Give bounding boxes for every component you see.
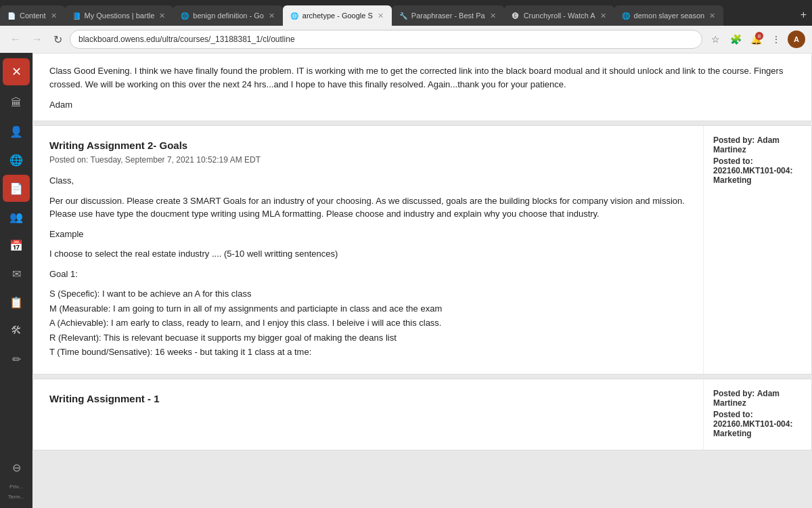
nav-bar: ← → ↻ ☆ 🧩 🔔 8 ⋮ A [0, 26, 812, 53]
post2-posted-to-label: Posted to: 202160.MKT101-004: Marketing [713, 410, 802, 438]
posted-to-key: Posted to: [713, 156, 753, 166]
new-tab-button[interactable]: + [795, 9, 812, 21]
tab-label: My Questions | bartle [85, 12, 155, 20]
tab-favicon: 🌐 [621, 11, 631, 20]
tab-bar: 📄 Content ✕ 📘 My Questions | bartle ✕ 🌐 … [0, 0, 812, 26]
institution-icon: 🏛 [11, 97, 22, 109]
extensions-button[interactable]: 🧩 [727, 30, 744, 48]
sidebar-item-globe[interactable]: 🌐 [3, 146, 30, 173]
post2-title: Writing Assignment - 1 [49, 393, 687, 404]
document-icon: 📄 [9, 182, 23, 195]
post-main-content: Writing Assignment 2- Goals Posted on: T… [33, 126, 703, 374]
browser-tab-tab-demonslayer[interactable]: 🌐 demon slayer season ✕ [614, 5, 724, 26]
browser-chrome: 📄 Content ✕ 📘 My Questions | bartle ✕ 🌐 … [0, 0, 812, 53]
sidebar-footer-term: Term... [7, 492, 26, 501]
post2-posted-by-label: Posted by: Adam Martinez [713, 389, 802, 408]
post-writing-assignment-1: Writing Assignment - 1 Posted by: Adam M… [32, 379, 812, 450]
tab-close-button[interactable]: ✕ [267, 10, 276, 22]
partial-post-body: Class Good Evening. I think we have fina… [49, 64, 795, 91]
sidebar-item-edit[interactable]: ✏ [3, 345, 30, 373]
back-button[interactable]: ← [7, 32, 24, 47]
globe-icon: 🌐 [9, 154, 23, 167]
post-date: Posted on: Tuesday, September 7, 2021 10… [49, 155, 687, 165]
address-bar[interactable] [70, 30, 702, 49]
post-body: Class, Per our discussion. Please create… [49, 174, 687, 359]
group-icon: 👥 [9, 211, 23, 224]
nav-actions: ☆ 🧩 🔔 8 ⋮ A [706, 30, 805, 48]
posted-to-value: 202160.MKT101-004: Marketing [713, 166, 792, 185]
edit-icon: ✏ [12, 353, 21, 366]
post2-posted-to-key: Posted to: [713, 410, 753, 419]
sidebar: ✕ 🏛 👤 🌐 📄 👥 📅 ✉ 📋 🛠 ✏ [0, 53, 32, 508]
post-title: Writing Assignment 2- Goals [49, 140, 687, 151]
goal-line-item: A (Achievable): I am early to class, rea… [49, 316, 687, 330]
more-tools-button[interactable]: ⋮ [767, 30, 785, 48]
sidebar-item-institution[interactable]: 🏛 [3, 89, 30, 117]
tab-favicon: 📘 [72, 11, 81, 20]
sidebar-item-mail[interactable]: ✉ [3, 260, 30, 287]
refresh-button[interactable]: ↻ [50, 32, 66, 47]
app-body: ✕ 🏛 👤 🌐 📄 👥 📅 ✉ 📋 🛠 ✏ [0, 53, 812, 508]
tab-label: archetype - Google S [302, 12, 373, 20]
tab-close-button[interactable]: ✕ [489, 10, 497, 22]
sidebar-item-close[interactable]: ✕ [3, 58, 30, 85]
tab-favicon: 🌐 [180, 11, 189, 20]
posted-by-key: Posted by: [713, 135, 754, 145]
notifications-button[interactable]: 🔔 8 [747, 30, 765, 48]
post2-metadata-sidebar: Posted by: Adam Martinez Posted to: 2021… [703, 379, 811, 450]
goal-line-item: M (Measurable: I am going to turn in all… [49, 302, 687, 316]
tab-label: benign definition - Go [193, 12, 264, 20]
tab-favicon: 🌐 [290, 11, 299, 20]
sidebar-item-group[interactable]: 👥 [3, 203, 30, 230]
mail-icon: ✉ [12, 268, 21, 280]
partial-post-signature: Adam [49, 100, 795, 110]
sidebar-item-user[interactable]: 👤 [3, 118, 30, 145]
tab-label: demon slayer season [634, 12, 705, 20]
post-paragraph1: Per our discussion. Please create 3 SMAR… [49, 194, 687, 221]
goal-lines: S (Specefic): I want to be achieve an A … [49, 287, 687, 359]
tab-close-button[interactable]: ✕ [708, 10, 717, 22]
sidebar-item-help[interactable]: ⊖ [3, 454, 30, 481]
browser-tab-tab-crunchyroll[interactable]: 🅒 Crunchyroll - Watch A ✕ [504, 5, 614, 26]
calendar-icon: 📅 [9, 239, 23, 252]
content-area: Class Good Evening. I think we have fina… [32, 53, 812, 508]
browser-tab-tab-paraphraser[interactable]: 🔧 Paraphraser - Best Pa ✕ [392, 5, 504, 26]
post-metadata-sidebar: Posted by: Adam Martinez Posted to: 2021… [703, 126, 811, 374]
post-goal1-label: Goal 1: [49, 268, 687, 281]
post-example-label: Example [49, 228, 687, 241]
post2-posted-by-key: Posted by: [713, 389, 754, 398]
posted-to-label: Posted to: 202160.MKT101-004: Marketing [713, 156, 802, 185]
sidebar-footer-priv: Priv... [8, 482, 24, 491]
goal-line-item: T (Time bound/Sensative): 16 weeks - but… [49, 345, 687, 359]
sidebar-item-document[interactable]: 📄 [3, 175, 30, 202]
post-intro: Class, [49, 174, 687, 188]
post-example-text: I choose to select the real estate indus… [49, 247, 687, 261]
tab-close-button[interactable]: ✕ [158, 10, 166, 22]
goal-line-item: S (Specefic): I want to be achieve an A … [49, 287, 687, 301]
bookmark-button[interactable]: ☆ [706, 30, 724, 48]
browser-tab-tab-myquestions[interactable]: 📘 My Questions | bartle ✕ [65, 5, 174, 26]
tab-label: Paraphraser - Best Pa [411, 12, 485, 20]
tab-favicon: 🅒 [511, 11, 520, 20]
tab-favicon: 📄 [7, 11, 16, 20]
tab-close-button[interactable]: ✕ [49, 10, 58, 22]
tab-close-button[interactable]: ✕ [376, 10, 385, 22]
posted-by-label: Posted by: Adam Martinez [713, 135, 802, 154]
sidebar-item-calendar[interactable]: 📅 [3, 232, 30, 259]
sidebar-item-notes[interactable]: 📋 [3, 289, 30, 316]
sidebar-bottom: ⊖ Priv... Term... [3, 454, 30, 508]
tab-label: Crunchyroll - Watch A [524, 12, 595, 20]
forward-button[interactable]: → [28, 32, 46, 47]
profile-avatar[interactable]: A [788, 30, 805, 48]
browser-tab-tab-archetype[interactable]: 🌐 archetype - Google S ✕ [283, 5, 392, 26]
post2-posted-to-value: 202160.MKT101-004: Marketing [713, 419, 792, 438]
browser-tab-tab-content[interactable]: 📄 Content ✕ [0, 5, 65, 26]
tab-label: Content [20, 12, 46, 20]
tab-favicon: 🔧 [399, 11, 408, 20]
partial-post: Class Good Evening. I think we have fina… [32, 53, 812, 121]
browser-tab-tab-benign[interactable]: 🌐 benign definition - Go ✕ [173, 5, 283, 26]
help-icon: ⊖ [12, 461, 21, 474]
notes-icon: 📋 [9, 296, 23, 309]
tab-close-button[interactable]: ✕ [599, 10, 608, 22]
sidebar-item-tools[interactable]: 🛠 [3, 317, 30, 344]
